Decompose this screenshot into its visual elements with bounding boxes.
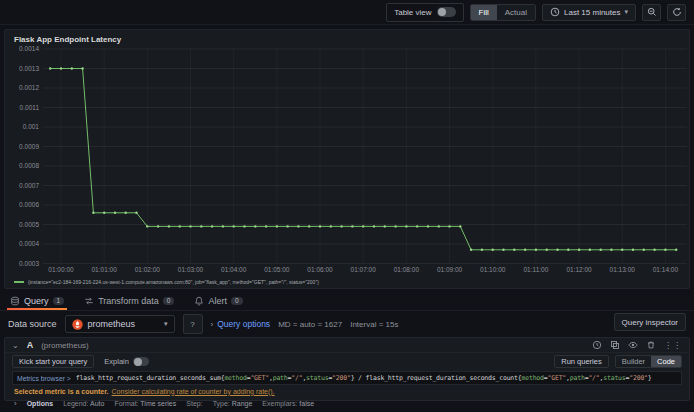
y-tick-label: 0.0008 <box>19 162 39 169</box>
data-point <box>664 249 666 251</box>
data-point <box>60 67 62 69</box>
eye-icon[interactable] <box>628 340 638 350</box>
fill-option[interactable]: Fill <box>471 5 497 20</box>
query-ref-id: A <box>27 340 34 350</box>
table-view-label: Table view <box>394 8 431 17</box>
query-options-expander[interactable]: › Query options <box>211 319 271 329</box>
x-tick-label: 01:01:00 <box>92 266 118 273</box>
x-tick-label: 01:06:00 <box>307 266 333 273</box>
data-point <box>308 225 310 227</box>
transform-icon <box>84 296 94 306</box>
x-tick-label: 01:05:00 <box>264 266 290 273</box>
datasource-help-button[interactable]: ? <box>183 314 203 334</box>
x-tick-label: 01:00:00 <box>48 266 74 273</box>
time-range-picker[interactable]: Last 15 minutes ▾ <box>542 4 636 21</box>
chevron-right-icon: › <box>211 320 214 329</box>
query-options-summary-row[interactable]: › Options Legend: AutoFormat: Time serie… <box>5 397 689 409</box>
builder-mode-option[interactable]: Builder <box>616 356 651 367</box>
tab-query-count: 1 <box>53 297 65 306</box>
x-tick-label: 01:14:00 <box>653 266 679 273</box>
data-point <box>513 249 515 251</box>
zoom-out-button[interactable] <box>642 4 661 21</box>
data-point <box>71 67 73 69</box>
data-point <box>502 249 504 251</box>
x-tick-label: 01:04:00 <box>221 266 247 273</box>
display-mode-group: Fill Actual <box>470 4 536 21</box>
trash-icon[interactable] <box>646 340 656 350</box>
data-point <box>621 249 623 251</box>
data-point <box>578 249 580 251</box>
drag-handle-icon[interactable]: ⋮⋮ <box>664 341 682 350</box>
data-point <box>643 249 645 251</box>
data-point <box>351 225 353 227</box>
tab-alert[interactable]: Alert 0 <box>194 292 242 310</box>
y-tick-label: 0.001 <box>23 123 40 130</box>
data-point <box>675 249 677 251</box>
tab-query-label: Query <box>24 296 49 306</box>
y-tick-label: 0.0005 <box>19 221 39 228</box>
query-inspector-button[interactable]: Query inspector <box>614 313 686 331</box>
data-point <box>610 249 612 251</box>
query-row-header[interactable]: ⌄ A (prometheus) ⋮⋮ <box>5 338 689 353</box>
data-point <box>319 225 321 227</box>
data-point <box>416 225 418 227</box>
metrics-browser-label[interactable]: Metrics browser > <box>13 375 76 382</box>
options-label: Options <box>27 400 53 407</box>
chevron-down-icon: ▾ <box>164 320 168 328</box>
tab-transform-data[interactable]: Transform data 0 <box>84 292 174 310</box>
data-point <box>157 225 159 227</box>
refresh-button[interactable] <box>667 4 686 21</box>
run-queries-button[interactable]: Run queries <box>554 355 608 368</box>
data-point <box>653 249 655 251</box>
table-view-toggle-group[interactable]: Table view <box>386 3 463 22</box>
kick-start-query-button[interactable]: Kick start your query <box>12 355 94 368</box>
latency-chart[interactable]: 0.00140.00130.00120.00110.0010.00090.000… <box>5 45 689 277</box>
bell-icon <box>194 296 204 306</box>
duplicate-icon[interactable] <box>610 340 620 350</box>
explain-toggle-group[interactable]: Explain <box>104 357 149 366</box>
editor-topbar: Table view Fill Actual Last 15 minutes ▾ <box>0 0 694 25</box>
x-tick-label: 01:10:00 <box>480 266 506 273</box>
chevron-right-icon: › <box>14 399 17 408</box>
x-tick-label: 01:03:00 <box>178 266 204 273</box>
data-point <box>211 225 213 227</box>
tab-transform-count: 0 <box>163 297 175 306</box>
history-icon[interactable] <box>592 340 602 350</box>
editor-mode-group: Builder Code <box>615 355 682 368</box>
datasource-picker[interactable]: prometheus ▾ <box>65 315 175 333</box>
run-queries-label: Run queries <box>561 357 601 366</box>
collapse-chevron-icon[interactable]: ⌄ <box>12 341 19 350</box>
add-rate-link[interactable]: Consider calculating rate of counter by … <box>112 388 275 395</box>
data-point <box>470 249 472 251</box>
promql-editor[interactable]: Metrics browser > flask_http_request_dur… <box>12 371 682 385</box>
data-point <box>340 225 342 227</box>
data-point <box>135 212 137 214</box>
data-point <box>427 225 429 227</box>
tab-query[interactable]: Query 1 <box>10 292 64 310</box>
explain-switch[interactable] <box>133 357 149 366</box>
data-point <box>600 249 602 251</box>
database-icon <box>10 296 20 306</box>
datasource-row: Data source prometheus ▾ ? › Query optio… <box>0 313 694 335</box>
code-mode-option[interactable]: Code <box>651 356 681 367</box>
chart-legend[interactable]: {instance="ec2-184-169-216-224.us-west-1… <box>14 279 319 285</box>
x-tick-label: 01:12:00 <box>566 266 592 273</box>
y-tick-label: 0.0006 <box>19 201 39 208</box>
data-point <box>492 249 494 251</box>
table-view-switch[interactable] <box>437 7 456 17</box>
data-point <box>405 225 407 227</box>
data-point <box>546 249 548 251</box>
promql-expression[interactable]: flask_http_request_duration_seconds_sum{… <box>76 374 652 382</box>
data-point <box>222 225 224 227</box>
y-tick-label: 0.0012 <box>19 84 39 91</box>
query-datasource-hint: (prometheus) <box>41 341 89 350</box>
data-point <box>200 225 202 227</box>
clock-icon <box>550 7 560 17</box>
series-legend-label: {instance="ec2-184-169-216-224.us-west-1… <box>28 279 319 285</box>
data-point <box>524 249 526 251</box>
actual-option[interactable]: Actual <box>497 5 535 20</box>
y-tick-label: 0.0014 <box>19 45 39 52</box>
data-point <box>243 225 245 227</box>
data-point <box>567 249 569 251</box>
data-point <box>535 249 537 251</box>
